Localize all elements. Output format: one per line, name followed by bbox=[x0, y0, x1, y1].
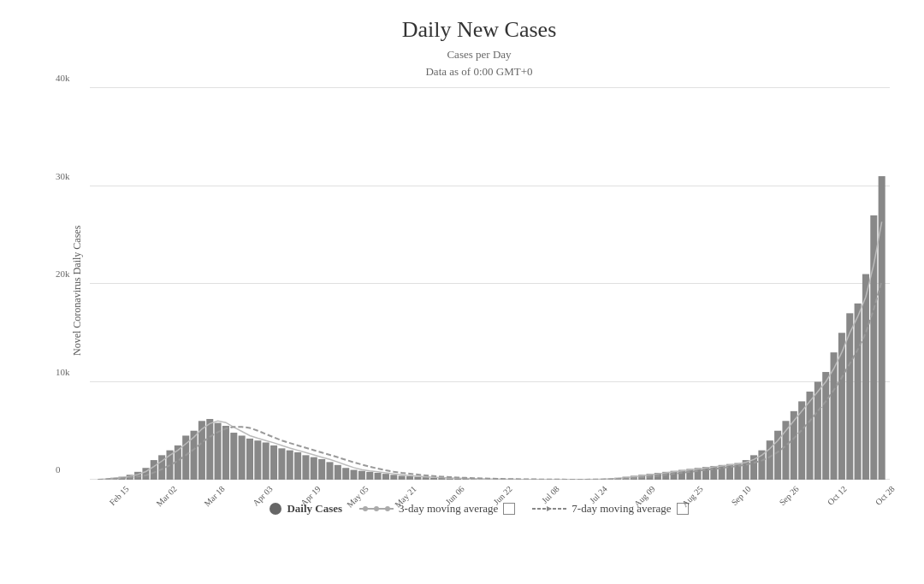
legend-dot-daily-cases bbox=[270, 503, 281, 515]
bar bbox=[222, 426, 229, 480]
y-tick-label: 30k bbox=[56, 171, 70, 181]
bar bbox=[423, 477, 429, 480]
chart-subtitle: Cases per Day Data as of 0:00 GMT+0 bbox=[68, 46, 890, 80]
bar bbox=[239, 435, 246, 480]
bar bbox=[335, 465, 341, 480]
bar bbox=[862, 274, 869, 480]
bar bbox=[230, 433, 237, 480]
bar bbox=[206, 419, 213, 480]
legend: Daily Cases 3-day moving average 7-day m… bbox=[68, 493, 890, 516]
bar bbox=[366, 472, 373, 480]
bar bbox=[294, 452, 301, 480]
bar bbox=[351, 470, 358, 480]
bar bbox=[326, 462, 333, 480]
bar bbox=[382, 474, 389, 480]
svg-point-1 bbox=[363, 506, 368, 511]
bar bbox=[414, 477, 421, 480]
bar bbox=[879, 176, 886, 480]
bar bbox=[342, 468, 349, 480]
chart-body: Novel Coronavirus Daily Cases 40k30k20k1… bbox=[68, 88, 890, 493]
bar bbox=[855, 304, 862, 480]
chart-title: Daily New Cases bbox=[68, 17, 890, 43]
bar bbox=[278, 448, 285, 480]
bar bbox=[390, 475, 397, 480]
bar bbox=[263, 442, 270, 480]
bar bbox=[151, 460, 157, 480]
y-tick-label: 0 bbox=[56, 464, 61, 475]
y-axis-label: Novel Coronavirus Daily Cases bbox=[68, 88, 86, 493]
legend-3day-checkbox[interactable] bbox=[503, 503, 515, 515]
bars-svg bbox=[90, 88, 890, 480]
svg-point-2 bbox=[374, 506, 379, 511]
bar bbox=[814, 382, 821, 481]
bar bbox=[246, 439, 253, 480]
y-tick-label: 10k bbox=[56, 367, 70, 377]
chart-container: Daily New Cases Cases per Day Data as of… bbox=[0, 0, 924, 584]
bar bbox=[287, 451, 293, 480]
bar bbox=[302, 455, 309, 480]
bar bbox=[358, 471, 365, 480]
bar bbox=[270, 445, 277, 480]
bar bbox=[838, 333, 845, 480]
bar bbox=[822, 372, 829, 480]
bar bbox=[430, 478, 437, 480]
bar bbox=[406, 476, 413, 480]
legend-7day: 7-day moving average bbox=[532, 502, 688, 516]
x-axis: Feb 15Mar 02Mar 18Apr 03Apr 19May 05May … bbox=[90, 484, 890, 493]
y-tick-label: 40k bbox=[56, 73, 70, 83]
bar bbox=[399, 475, 406, 480]
bar bbox=[375, 473, 382, 480]
y-tick-label: 20k bbox=[56, 268, 70, 279]
bar bbox=[318, 459, 325, 480]
grid-area: 40k30k20k10k0 bbox=[90, 88, 890, 480]
bar bbox=[311, 457, 317, 480]
chart-inner: 40k30k20k10k0 Feb 15Mar 02Mar 18Apr 03Ap… bbox=[90, 88, 890, 493]
svg-marker-5 bbox=[547, 506, 552, 511]
bar bbox=[254, 440, 261, 480]
